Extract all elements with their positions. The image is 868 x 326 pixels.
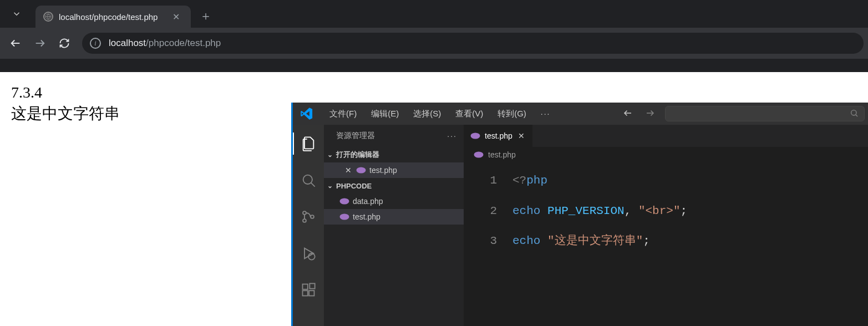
svg-rect-14: [303, 284, 308, 289]
breadcrumb[interactable]: test.php: [464, 147, 868, 162]
globe-icon: [43, 12, 53, 22]
browser-chrome: localhost/phpcode/test.php ✕ ＋ i localho…: [0, 0, 868, 72]
menu-more[interactable]: ···: [534, 106, 557, 121]
php-icon: [470, 133, 480, 139]
php-icon: [356, 167, 366, 174]
command-center[interactable]: [665, 106, 865, 121]
code-editor[interactable]: 1 2 3 <?php echo PHP_VERSION, "<br>"; ec…: [464, 162, 868, 326]
code-lines: <?php echo PHP_VERSION, "<br>"; echo "这是…: [512, 166, 868, 326]
open-editors-section[interactable]: ⌄ 打开的编辑器: [324, 147, 464, 162]
forward-button[interactable]: [29, 32, 51, 54]
chevron-down-icon: ⌄: [327, 151, 336, 159]
folder-label: PHPCODE: [336, 182, 372, 190]
vscode-body: 资源管理器 ··· ⌄ 打开的编辑器 ✕ test.php ⌄ PHPCODE: [293, 125, 868, 326]
editor-tabs: test.php ✕: [464, 125, 868, 147]
php-icon: [339, 198, 349, 205]
svg-point-21: [471, 133, 480, 139]
tab-title: localhost/phpcode/test.php: [59, 12, 158, 22]
file-name: test.php: [353, 212, 380, 221]
editor-tab[interactable]: test.php ✕: [464, 125, 533, 147]
menu-file[interactable]: 文件(F): [323, 105, 363, 123]
svg-point-20: [340, 214, 349, 220]
svg-point-18: [357, 167, 366, 174]
sidebar-title: 资源管理器: [336, 131, 375, 141]
nav-bar: i localhost/phpcode/test.php: [0, 28, 868, 59]
url-path: /phpcode/test.php: [146, 38, 221, 49]
svg-rect-17: [309, 283, 314, 288]
vscode-window: 文件(F) 编辑(E) 选择(S) 查看(V) 转到(G) ···: [291, 103, 868, 326]
search-icon: [850, 109, 859, 119]
menu-edit[interactable]: 编辑(E): [364, 105, 405, 123]
activity-source-control[interactable]: [293, 203, 324, 230]
window-expand-button[interactable]: [6, 5, 28, 23]
sidebar-header: 资源管理器 ···: [324, 125, 464, 147]
output-line-1: 7.3.4: [11, 82, 857, 103]
php-icon: [474, 151, 484, 158]
activity-debug[interactable]: [293, 240, 324, 267]
open-editor-name: test.php: [369, 166, 397, 175]
close-icon[interactable]: ✕: [517, 130, 526, 141]
php-icon: [339, 213, 349, 220]
svg-point-5: [851, 110, 856, 115]
svg-rect-16: [309, 291, 314, 296]
svg-line-8: [311, 183, 315, 187]
activity-explorer[interactable]: [293, 130, 324, 157]
svg-rect-15: [303, 291, 308, 296]
editor-nav-back[interactable]: [617, 105, 638, 123]
open-editors-label: 打开的编辑器: [336, 150, 379, 160]
svg-line-6: [856, 114, 857, 116]
svg-point-7: [303, 175, 312, 184]
editor-nav-forward[interactable]: [639, 105, 661, 123]
activity-bar: [293, 125, 324, 326]
folder-section[interactable]: ⌄ PHPCODE: [324, 178, 464, 193]
close-icon[interactable]: ✕: [169, 11, 183, 23]
breadcrumb-file: test.php: [488, 150, 516, 159]
menu-go[interactable]: 转到(G): [491, 105, 533, 123]
browser-tab[interactable]: localhost/phpcode/test.php ✕: [35, 6, 191, 28]
activity-search[interactable]: [293, 167, 324, 193]
svg-point-9: [303, 211, 306, 215]
explorer-sidebar: 资源管理器 ··· ⌄ 打开的编辑器 ✕ test.php ⌄ PHPCODE: [324, 125, 464, 326]
chevron-down-icon: ⌄: [327, 182, 336, 190]
svg-point-10: [303, 219, 306, 222]
menu-view[interactable]: 查看(V): [449, 105, 490, 123]
code-line: <?php: [512, 166, 868, 196]
url-host: localhost: [109, 38, 146, 49]
sidebar-more-button[interactable]: ···: [447, 131, 457, 140]
editor-area: test.php ✕ test.php 1 2 3 <?php echo PH: [464, 125, 868, 326]
file-item[interactable]: data.php: [324, 193, 464, 209]
code-line: echo PHP_VERSION, "<br>";: [512, 196, 868, 227]
svg-point-22: [474, 152, 484, 158]
file-item[interactable]: test.php: [324, 209, 464, 225]
info-icon[interactable]: i: [90, 38, 101, 49]
reload-button[interactable]: [53, 32, 75, 54]
svg-point-19: [340, 198, 349, 205]
address-bar[interactable]: i localhost/phpcode/test.php: [82, 33, 864, 54]
svg-point-11: [311, 215, 314, 218]
line-number: 1: [464, 166, 497, 196]
tab-bar: localhost/phpcode/test.php ✕ ＋: [0, 0, 868, 28]
activity-extensions[interactable]: [293, 277, 324, 303]
vscode-menubar: 文件(F) 编辑(E) 选择(S) 查看(V) 转到(G) ···: [293, 103, 868, 125]
line-number: 2: [464, 196, 497, 227]
new-tab-button[interactable]: ＋: [191, 4, 221, 28]
open-editor-item[interactable]: ✕ test.php: [324, 162, 464, 178]
vscode-logo-icon: [300, 106, 314, 121]
line-gutter: 1 2 3: [464, 166, 512, 326]
line-number: 3: [464, 226, 497, 257]
editor-tab-name: test.php: [485, 131, 512, 140]
code-line: echo "这是中文字符串";: [512, 226, 868, 257]
back-button[interactable]: [4, 32, 27, 54]
file-name: data.php: [353, 197, 383, 206]
menu-select[interactable]: 选择(S): [407, 105, 448, 123]
close-icon[interactable]: ✕: [344, 166, 353, 175]
